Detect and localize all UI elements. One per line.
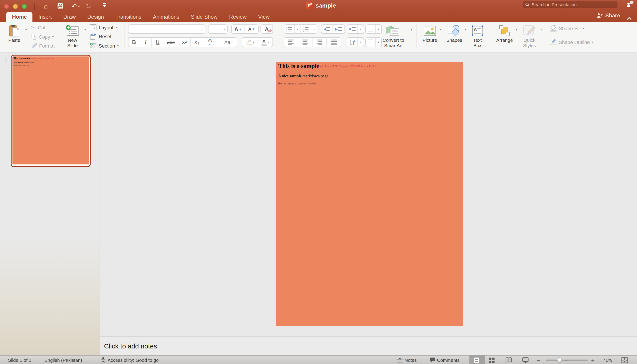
align-left-button[interactable] bbox=[284, 38, 298, 47]
tab-review[interactable]: Review bbox=[223, 12, 252, 22]
close-window-button[interactable] bbox=[4, 4, 9, 9]
format-painter-button[interactable]: Format bbox=[31, 43, 55, 48]
numbering-dropdown-arrow[interactable]: ▾ bbox=[311, 25, 317, 33]
tab-slide-show[interactable]: Slide Show bbox=[185, 12, 223, 22]
undo-button[interactable]: ↶ bbox=[69, 2, 79, 11]
notes-placeholder[interactable]: Click to add notes bbox=[104, 342, 157, 350]
slide-title-text[interactable]: This is a sample bbox=[278, 63, 319, 70]
shape-fill-dropdown-arrow-icon[interactable]: ▾ bbox=[583, 26, 584, 30]
justify-button[interactable] bbox=[327, 38, 341, 47]
bullets-button[interactable] bbox=[284, 25, 295, 33]
slide-surface[interactable]: Evaluation Only. Created with Aspose.PDF… bbox=[276, 62, 463, 326]
tab-draw[interactable]: Draw bbox=[58, 12, 82, 22]
comments-toggle-button[interactable]: Comments bbox=[430, 356, 460, 364]
align-text-button[interactable] bbox=[366, 38, 376, 47]
shape-outline-dropdown-arrow-icon[interactable]: ▾ bbox=[592, 40, 594, 44]
convert-to-smartart-button[interactable]: Convert to SmartArt bbox=[378, 24, 409, 48]
font-size-combobox[interactable]: ▾ bbox=[208, 24, 228, 34]
superscript-button[interactable]: X² bbox=[178, 38, 191, 47]
section-dropdown-arrow-icon[interactable]: ▾ bbox=[117, 44, 119, 47]
slide-body-text[interactable]: A nice sample markdown page bbox=[278, 74, 328, 78]
underline-button[interactable]: U bbox=[152, 38, 164, 47]
view-slide-sorter-button[interactable] bbox=[489, 356, 495, 364]
change-case-button[interactable]: Aa ▾ bbox=[220, 38, 237, 47]
italic-button[interactable]: I bbox=[140, 38, 152, 47]
notes-pane[interactable]: Click to add notes bbox=[100, 336, 637, 355]
highlight-dropdown-arrow-icon[interactable]: ▾ bbox=[253, 40, 254, 44]
cut-button[interactable]: ✂ Cut bbox=[31, 24, 45, 31]
new-slide-button[interactable]: New Slide bbox=[62, 24, 83, 48]
tab-design[interactable]: Design bbox=[82, 12, 110, 22]
quick-styles-dropdown-arrow-icon[interactable]: ▾ bbox=[541, 28, 542, 32]
clear-formatting-button[interactable]: A bbox=[261, 25, 272, 33]
save-button[interactable] bbox=[55, 2, 65, 11]
layout-button[interactable]: Layout ▾ bbox=[90, 24, 117, 30]
zoom-window-button[interactable] bbox=[22, 4, 27, 9]
char-spacing-dropdown-arrow-icon[interactable]: ▾ bbox=[213, 40, 215, 44]
zoom-level[interactable]: 71% bbox=[603, 356, 612, 364]
shape-fill-button[interactable]: Shape Fill ▾ bbox=[550, 25, 584, 32]
search-input[interactable] bbox=[532, 2, 607, 7]
reset-button[interactable]: Reset bbox=[90, 33, 112, 40]
columns-button[interactable] bbox=[366, 25, 376, 33]
minimize-window-button[interactable] bbox=[13, 4, 18, 9]
increase-font-size-button[interactable]: A▲ bbox=[232, 25, 245, 33]
feedback-button[interactable] bbox=[626, 1, 634, 9]
shapes-button[interactable]: Shapes bbox=[444, 24, 464, 43]
character-spacing-button[interactable]: AV ↔ ▾ bbox=[203, 38, 220, 47]
collapse-ribbon-button[interactable] bbox=[627, 14, 632, 22]
change-case-dropdown-arrow-icon[interactable]: ▾ bbox=[231, 40, 233, 44]
line-spacing-button[interactable]: ▲▼ bbox=[347, 25, 358, 33]
accessibility-status[interactable]: Accessibility: Good to go bbox=[101, 356, 159, 364]
section-button[interactable]: Section ▾ bbox=[90, 43, 119, 48]
tab-insert[interactable]: Insert bbox=[33, 12, 58, 22]
numbering-button[interactable]: 1 2 3 bbox=[300, 25, 311, 33]
copy-button[interactable]: Copy ▾ bbox=[31, 34, 54, 40]
line-spacing-dropdown-arrow[interactable]: ▾ bbox=[358, 25, 364, 33]
shape-outline-button[interactable]: Shape Outline ▾ bbox=[550, 39, 594, 45]
font-color-dropdown-arrow-icon[interactable]: ▾ bbox=[268, 40, 270, 44]
quick-styles-button[interactable]: Quick Styles bbox=[519, 24, 540, 48]
bullets-dropdown-arrow[interactable]: ▾ bbox=[295, 25, 300, 33]
picture-button[interactable]: Picture bbox=[420, 24, 439, 43]
align-center-button[interactable] bbox=[298, 38, 312, 47]
view-normal-button[interactable] bbox=[474, 356, 479, 364]
tab-home[interactable]: Home bbox=[6, 12, 33, 22]
zoom-out-button[interactable]: − bbox=[537, 356, 540, 364]
redo-button[interactable]: ↻ bbox=[84, 2, 93, 11]
undo-dropdown-arrow-icon[interactable]: ▾ bbox=[78, 5, 80, 8]
decrease-font-size-button[interactable]: A▼ bbox=[245, 25, 258, 33]
text-highlight-button[interactable]: ▾ bbox=[242, 38, 258, 47]
view-slideshow-button[interactable] bbox=[522, 356, 528, 364]
zoom-in-button[interactable]: + bbox=[591, 356, 594, 364]
increase-indent-button[interactable]: ▶ bbox=[333, 25, 344, 33]
font-name-combobox[interactable]: ▾ bbox=[128, 24, 205, 34]
new-slide-dropdown-arrow-icon[interactable]: ▾ bbox=[84, 28, 86, 32]
tab-view[interactable]: View bbox=[252, 12, 276, 22]
strikethrough-button[interactable]: abe bbox=[164, 38, 178, 47]
zoom-slider-track[interactable] bbox=[546, 360, 588, 361]
smartart-dropdown-arrow-icon[interactable]: ▾ bbox=[411, 28, 412, 32]
arrange-dropdown-arrow-icon[interactable]: ▾ bbox=[516, 28, 517, 32]
tab-animations[interactable]: Animations bbox=[147, 12, 185, 22]
slide-thumbnail[interactable]: Evaluation Only. Created with Aspose.PDF… bbox=[11, 55, 91, 167]
search-field[interactable] bbox=[523, 1, 618, 8]
arrange-button[interactable]: Arrange bbox=[494, 24, 515, 43]
copy-dropdown-arrow-icon[interactable]: ▾ bbox=[52, 35, 54, 38]
align-right-button[interactable] bbox=[312, 38, 327, 47]
zoom-slider-thumb[interactable] bbox=[557, 357, 562, 362]
text-direction-dropdown-arrow[interactable]: ▾ bbox=[358, 38, 364, 47]
language-button[interactable]: English (Pakistan) bbox=[44, 356, 82, 364]
customize-toolbar-button[interactable] bbox=[100, 2, 109, 11]
text-direction-button[interactable]: A bbox=[347, 38, 358, 47]
home-quick-button[interactable]: ⌂ bbox=[41, 2, 51, 11]
shapes-dropdown-arrow-icon[interactable]: ▾ bbox=[465, 28, 466, 32]
font-color-button[interactable]: A ▾ bbox=[258, 38, 272, 47]
tab-transitions[interactable]: Transitions bbox=[110, 12, 147, 22]
slide-code-text[interactable]: Here goes some code bbox=[278, 82, 316, 85]
picture-dropdown-arrow-icon[interactable]: ▾ bbox=[440, 28, 442, 32]
share-button[interactable]: Share bbox=[596, 12, 620, 19]
fit-slide-to-window-button[interactable] bbox=[622, 356, 628, 364]
layout-dropdown-arrow-icon[interactable]: ▾ bbox=[116, 26, 117, 29]
notes-toggle-button[interactable]: Notes bbox=[397, 356, 417, 364]
